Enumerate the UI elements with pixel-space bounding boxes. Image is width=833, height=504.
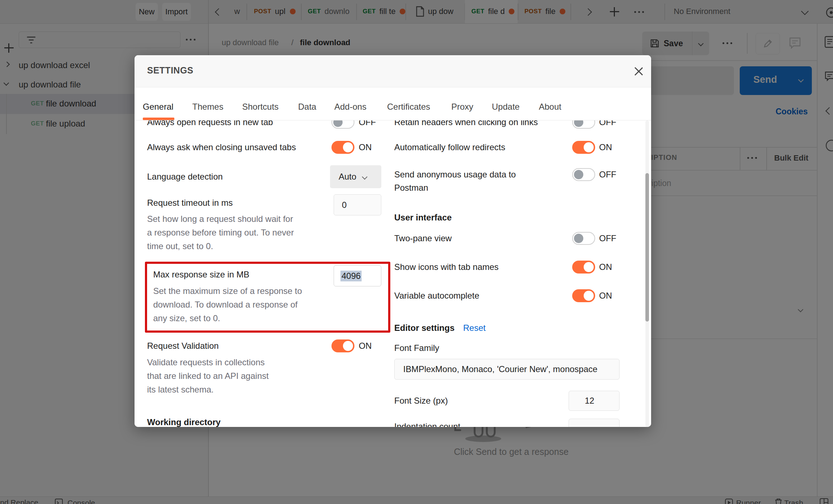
input-value: 0 — [342, 200, 347, 210]
user-interface-heading: User interface — [394, 212, 452, 223]
setting-max-response-size-label: Max response size in MB — [153, 269, 249, 280]
font-family-label: Font Family — [394, 343, 439, 353]
input-value: IBMPlexMono, Monaco, 'Courier New', mono… — [403, 364, 597, 374]
modal-header — [135, 55, 651, 87]
chevron-down-icon — [362, 174, 368, 180]
setting-request-validation-label: Request Validation — [147, 341, 219, 351]
timeout-input[interactable]: 0 — [334, 194, 381, 215]
toggle-state-label: ON — [599, 290, 612, 301]
modal-title: SETTINGS — [147, 65, 193, 76]
toggle-two-pane[interactable] — [572, 232, 595, 245]
input-value-selected: 4096 — [340, 271, 362, 281]
active-tab-underline — [143, 118, 174, 120]
max-response-size-input[interactable]: 4096 — [334, 265, 381, 286]
toggle-open-new-tab[interactable] — [331, 120, 354, 129]
setting-variable-autocomplete-label: Variable autocomplete — [394, 290, 479, 301]
toggle-state-label: ON — [599, 142, 612, 153]
working-directory-heading: Working directory — [147, 417, 221, 427]
selected-value: Auto — [339, 172, 356, 182]
reset-link[interactable]: Reset — [463, 323, 486, 333]
toggle-state-label: OFF — [599, 169, 616, 180]
indentation-count-input[interactable] — [569, 419, 620, 427]
toggle-request-validation[interactable] — [331, 339, 354, 352]
tab-addons[interactable]: Add-ons — [334, 102, 366, 112]
language-detection-select[interactable]: Auto — [330, 165, 381, 188]
postman-window: New Import w POST upl GET downlo GET fil… — [0, 0, 833, 504]
font-size-label: Font Size (px) — [394, 395, 448, 406]
editor-settings-heading: Editor settings — [394, 323, 455, 333]
setting-usage-data-label: Send anonymous usage data to — [394, 169, 516, 180]
setting-ask-closing-label: Always ask when closing unsaved tabs — [147, 142, 296, 153]
toggle-tab-icons[interactable] — [572, 261, 595, 274]
toggle-state-label: ON — [599, 262, 612, 272]
toggle-ask-closing[interactable] — [331, 141, 354, 154]
font-size-input[interactable]: 12 — [569, 391, 620, 411]
toggle-variable-autocomplete[interactable] — [572, 289, 595, 302]
toggle-state-label: ON — [359, 341, 372, 351]
setting-open-new-tab-label: Always open requests in new tab — [147, 120, 273, 128]
setting-timeout-label: Request timeout in ms — [147, 198, 233, 208]
tab-update[interactable]: Update — [492, 102, 519, 112]
indentation-count-label: Indentation count — [394, 421, 460, 427]
setting-language-detection-label: Language detection — [147, 171, 223, 182]
toggle-state-label: OFF — [599, 120, 616, 128]
toggle-usage-data[interactable] — [572, 168, 595, 181]
input-value: 12 — [585, 396, 594, 406]
setting-usage-data-label-line2: Postman — [394, 182, 428, 193]
setting-tab-icons-label: Show icons with tab names — [394, 262, 499, 272]
tab-data[interactable]: Data — [298, 102, 316, 112]
tab-about[interactable]: About — [539, 102, 561, 112]
modal-scrollbar-thumb[interactable] — [645, 173, 649, 322]
toggle-state-label: ON — [359, 142, 372, 153]
close-icon[interactable] — [633, 66, 644, 77]
tab-proxy[interactable]: Proxy — [451, 102, 473, 112]
font-family-input[interactable]: IBMPlexMono, Monaco, 'Courier New', mono… — [394, 359, 620, 380]
tab-shortcuts[interactable]: Shortcuts — [242, 102, 278, 112]
tab-general[interactable]: General — [143, 102, 173, 112]
setting-two-pane-label: Two-pane view — [394, 233, 452, 244]
settings-content: Always open requests in new tab OFF Alwa… — [135, 120, 651, 427]
toggle-follow-redirects[interactable] — [572, 141, 595, 154]
toggle-state-label: OFF — [599, 233, 616, 244]
setting-retain-headers-label: Retain headers when clicking on links — [394, 120, 538, 128]
settings-modal: SETTINGS General Themes Shortcuts Data A… — [135, 55, 651, 427]
setting-follow-redirects-label: Automatically follow redirects — [394, 142, 505, 153]
toggle-state-label: OFF — [359, 120, 376, 128]
toggle-retain-headers[interactable] — [572, 120, 595, 129]
tab-themes[interactable]: Themes — [192, 102, 223, 112]
tab-certificates[interactable]: Certificates — [387, 102, 430, 112]
